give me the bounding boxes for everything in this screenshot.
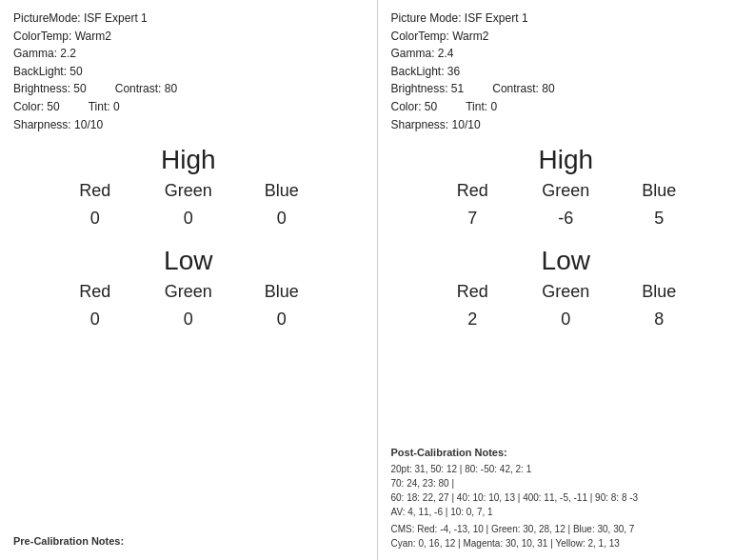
left-low-values: 0 0 0 — [49, 310, 328, 330]
left-high-green-value: 0 — [160, 209, 217, 229]
right-low-red-value: 2 — [444, 310, 501, 330]
right-high-group: High Red Green Blue 7 -6 5 — [391, 145, 742, 229]
left-tint: Tint: 0 — [89, 98, 120, 116]
right-high-blue-label: Blue — [630, 181, 687, 201]
right-picture-mode: Picture Mode: ISF Expert 1 — [391, 10, 742, 28]
left-color: Color: 50 — [13, 98, 60, 116]
right-high-blue-value: 5 — [630, 209, 687, 229]
right-sharpness: Sharpness: 10/10 — [391, 116, 742, 134]
right-color-temp: ColorTemp: Warm2 — [391, 28, 742, 46]
left-panel: PictureMode: ISF Expert 1 ColorTemp: War… — [0, 0, 378, 560]
right-high-red-label: Red — [444, 181, 501, 201]
right-high-labels: Red Green Blue — [426, 181, 705, 201]
right-low-title: Low — [542, 246, 590, 276]
right-gamma: Gamma: 2.4 — [391, 45, 742, 63]
left-high-labels: Red Green Blue — [49, 181, 328, 201]
left-contrast: Contrast: 80 — [115, 80, 177, 98]
left-low-green-label: Green — [160, 282, 217, 302]
right-tint: Tint: 0 — [466, 98, 497, 116]
right-low-red-label: Red — [444, 282, 501, 302]
left-picture-mode: PictureMode: ISF Expert 1 — [13, 10, 364, 28]
right-low-labels: Red Green Blue — [426, 282, 705, 302]
left-low-green-value: 0 — [160, 310, 217, 330]
left-high-values: 0 0 0 — [49, 209, 328, 229]
right-low-values: 2 0 8 — [426, 310, 705, 330]
left-high-blue-label: Blue — [253, 181, 310, 201]
left-color-temp: ColorTemp: Warm2 — [13, 28, 364, 46]
right-brightness: Brightness: 51 — [391, 80, 465, 98]
right-notes: Post-Calibration Notes: 20pt: 31, 50: 12… — [391, 439, 742, 551]
right-notes-label: Post-Calibration Notes: — [391, 445, 742, 461]
left-calibration: High Red Green Blue 0 0 0 Low Red Green — [13, 145, 364, 527]
left-low-group: Low Red Green Blue 0 0 0 — [13, 246, 364, 330]
right-panel: Picture Mode: ISF Expert 1 ColorTemp: Wa… — [378, 0, 755, 560]
left-high-red-label: Red — [67, 181, 124, 201]
left-info: PictureMode: ISF Expert 1 ColorTemp: War… — [13, 10, 364, 133]
left-sharpness: Sharpness: 10/10 — [13, 116, 364, 134]
right-low-blue-label: Blue — [630, 282, 687, 302]
left-low-title: Low — [164, 246, 212, 276]
left-low-red-value: 0 — [67, 310, 124, 330]
right-low-blue-value: 8 — [630, 310, 687, 330]
right-cyan-text: Cyan: 0, 16, 12 | Magenta: 30, 10, 31 | … — [391, 536, 742, 550]
right-low-green-label: Green — [537, 282, 594, 302]
right-color: Color: 50 — [391, 98, 438, 116]
left-high-green-label: Green — [160, 181, 217, 201]
right-high-red-value: 7 — [444, 209, 501, 229]
right-info: Picture Mode: ISF Expert 1 ColorTemp: Wa… — [391, 10, 742, 133]
right-high-green-value: -6 — [537, 209, 594, 229]
left-brightness: Brightness: 50 — [13, 80, 87, 98]
left-high-group: High Red Green Blue 0 0 0 — [13, 145, 364, 229]
right-backlight: BackLight: 36 — [391, 63, 742, 81]
left-low-blue-label: Blue — [253, 282, 310, 302]
left-notes: Pre-Calibration Notes: — [13, 528, 364, 551]
right-calibration: High Red Green Blue 7 -6 5 Low Red Green — [391, 145, 742, 438]
right-low-green-value: 0 — [537, 310, 594, 330]
left-notes-label: Pre-Calibration Notes: — [13, 533, 364, 550]
right-high-green-label: Green — [537, 181, 594, 201]
left-high-title: High — [161, 145, 216, 175]
left-low-red-label: Red — [67, 282, 124, 302]
right-notes-text: 20pt: 31, 50: 12 | 80: -50: 42, 2: 1 70:… — [391, 462, 742, 519]
right-low-group: Low Red Green Blue 2 0 8 — [391, 246, 742, 330]
left-backlight: BackLight: 50 — [13, 63, 364, 81]
right-cms-text: CMS: Red: -4, -13, 10 | Green: 30, 28, 1… — [391, 522, 742, 536]
left-gamma: Gamma: 2.2 — [13, 45, 364, 63]
right-contrast: Contrast: 80 — [492, 80, 554, 98]
right-high-title: High — [538, 145, 593, 175]
left-high-blue-value: 0 — [253, 209, 310, 229]
left-low-labels: Red Green Blue — [49, 282, 328, 302]
left-low-blue-value: 0 — [253, 310, 310, 330]
right-high-values: 7 -6 5 — [426, 209, 705, 229]
left-high-red-value: 0 — [67, 209, 124, 229]
